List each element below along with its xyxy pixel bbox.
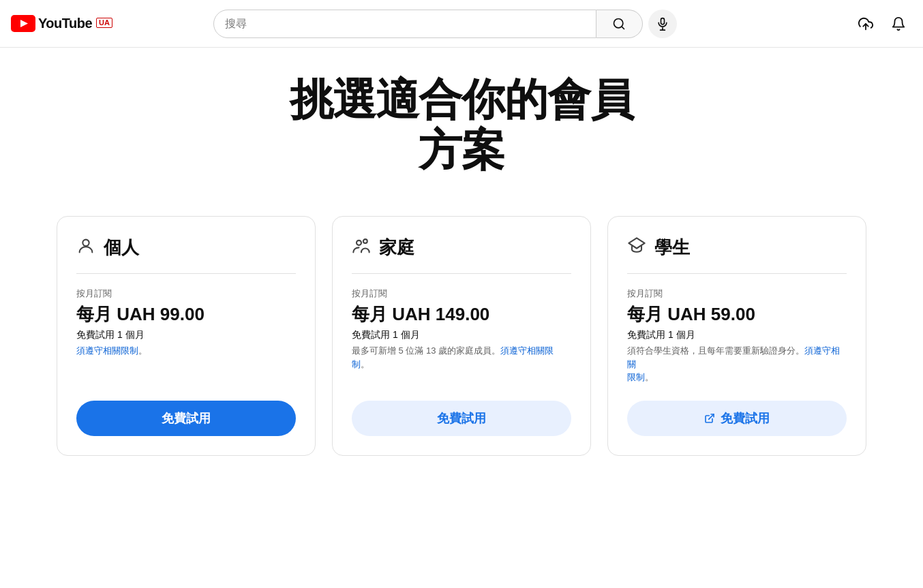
svg-rect-4 — [661, 18, 664, 24]
svg-point-9 — [357, 241, 361, 245]
header-actions — [852, 10, 912, 37]
mic-button[interactable] — [648, 10, 677, 38]
individual-cta-button[interactable]: 免費試用 — [76, 401, 296, 436]
graduation-icon — [627, 236, 646, 260]
student-note-link[interactable]: 須遵守相關限制 — [627, 345, 840, 382]
student-billing-label: 按月訂閱 — [627, 288, 847, 300]
family-plan-card: 家庭 按月訂閱 每月 UAH 149.00 免費試用 1 個月 最多可新增 5 … — [332, 216, 591, 456]
logo[interactable]: YouTube UA — [11, 15, 120, 32]
svg-line-12 — [709, 414, 714, 419]
family-note-link[interactable]: 須遵守相關限制 — [352, 345, 554, 369]
person-icon — [76, 236, 95, 260]
individual-plan-card: 個人 按月訂閱 每月 UAH 99.00 免費試用 1 個月 須遵守相關限制。 … — [57, 216, 316, 456]
search-icon — [612, 17, 626, 31]
svg-point-8 — [82, 239, 89, 245]
search-input[interactable] — [214, 18, 596, 30]
family-cta-button[interactable]: 免費試用 — [352, 401, 571, 436]
student-trial: 免費試用 1 個月 — [627, 329, 847, 341]
family-plan-title: 家庭 — [379, 236, 414, 260]
individual-note: 須遵守相關限制。 — [76, 344, 296, 358]
upload-icon — [858, 16, 873, 31]
student-plan-title: 學生 — [654, 236, 690, 260]
family-note: 最多可新增 5 位滿 13 歲的家庭成員。須遵守相關限制。 — [352, 344, 571, 371]
search-bar — [213, 10, 596, 38]
search-area — [213, 10, 677, 38]
student-plan-card: 學生 按月訂閱 每月 UAH 59.00 免費試用 1 個月 須符合學生資格，且… — [607, 216, 866, 456]
individual-plan-title: 個人 — [104, 236, 139, 260]
youtube-wordmark: YouTube — [38, 16, 92, 31]
youtube-logo: YouTube — [11, 15, 92, 32]
page-title: 挑選適合你的會員方案 — [290, 75, 633, 175]
mic-icon — [656, 17, 669, 31]
external-link-icon — [704, 413, 715, 424]
individual-price: 每月 UAH 99.00 — [76, 303, 296, 326]
student-cta-button[interactable]: 免費試用 — [627, 401, 847, 436]
student-price: 每月 UAH 59.00 — [627, 303, 847, 326]
family-plan-header: 家庭 — [352, 236, 571, 260]
individual-trial: 免費試用 1 個月 — [76, 329, 296, 341]
family-trial: 免費試用 1 個月 — [352, 329, 571, 341]
svg-line-3 — [622, 26, 624, 29]
family-icon — [352, 236, 371, 260]
upload-button[interactable] — [852, 10, 879, 37]
individual-divider — [76, 273, 296, 274]
student-note: 須符合學生資格，且每年需要重新驗證身分。須遵守相關限制。 — [627, 344, 847, 384]
svg-marker-11 — [629, 238, 644, 248]
student-cta-label: 免費試用 — [721, 410, 770, 427]
ua-badge: UA — [96, 18, 112, 28]
notifications-button[interactable] — [885, 10, 912, 37]
family-price: 每月 UAH 149.00 — [352, 303, 571, 326]
svg-point-10 — [363, 239, 367, 243]
individual-note-link[interactable]: 須遵守相關限制 — [76, 345, 138, 356]
youtube-icon — [11, 15, 35, 32]
family-billing-label: 按月訂閱 — [352, 288, 571, 300]
header: YouTube UA — [0, 0, 923, 48]
student-divider — [627, 273, 847, 274]
main-content: 挑選適合你的會員方案 個人 按月訂閱 每月 UAH 99.00 免費試用 1 個… — [0, 48, 923, 497]
student-plan-header: 學生 — [627, 236, 847, 260]
plans-row: 個人 按月訂閱 每月 UAH 99.00 免費試用 1 個月 須遵守相關限制。 … — [52, 216, 871, 456]
bell-icon — [891, 16, 906, 31]
individual-plan-header: 個人 — [76, 236, 296, 260]
search-button[interactable] — [596, 10, 643, 38]
individual-billing-label: 按月訂閱 — [76, 288, 296, 300]
family-divider — [352, 273, 571, 274]
